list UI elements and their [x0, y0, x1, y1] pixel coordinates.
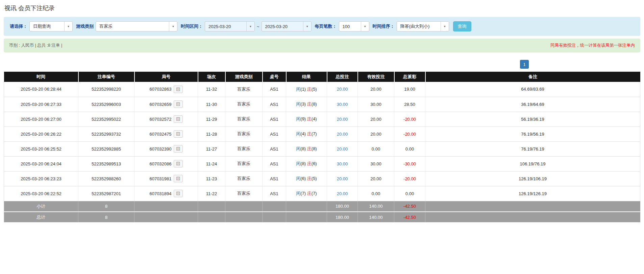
- cell-round-id: 607032475 ⚄: [134, 127, 198, 141]
- chevron-down-icon[interactable]: ▼: [169, 22, 177, 31]
- view-cards-button[interactable]: ⚄: [174, 190, 183, 197]
- cell-time: 2025-03-20 06:25:52: [4, 141, 78, 156]
- cell-bet-id: 522352996003: [78, 97, 134, 112]
- total-bet-link[interactable]: 20.00: [337, 117, 348, 122]
- pagination-page-1-button[interactable]: 1: [520, 60, 529, 69]
- cell-time: 2025-03-20 06:26:22: [4, 127, 78, 141]
- game-type-select[interactable]: 百家乐 ▼: [96, 21, 177, 31]
- date-from-input[interactable]: 2025-03-20 ▼: [205, 21, 255, 31]
- summary-empty: [286, 212, 327, 223]
- date-range-tilde: ~: [257, 24, 259, 29]
- cell-table-no: AS1: [263, 171, 286, 186]
- cell-bet-id: 522352993732: [78, 127, 134, 141]
- result-banker: 庄(7): [307, 131, 317, 136]
- cell-note: 36.19/64.69: [425, 97, 640, 112]
- dice-icon: ⚄: [176, 176, 180, 181]
- summary-payout: -42.50: [394, 201, 425, 212]
- total-bet-link[interactable]: 20.00: [337, 146, 348, 152]
- cell-session: 11-30: [198, 97, 225, 112]
- cell-payout: -20.00: [394, 112, 425, 127]
- cell-payout: -20.00: [394, 171, 425, 186]
- summary-label: 小计: [4, 201, 78, 212]
- table-row: 2025-03-20 06:23:23522352988260 60703198…: [4, 171, 640, 186]
- total-bet-link[interactable]: 20.00: [337, 191, 348, 196]
- chevron-down-icon[interactable]: ▼: [361, 22, 369, 31]
- summary-valid-bet: 140.00: [358, 212, 394, 223]
- page-size-input[interactable]: 100 ▼: [339, 21, 369, 31]
- column-header: 总投注: [327, 72, 358, 82]
- cell-game-type: 百家乐: [225, 156, 263, 171]
- result-banker: 庄(4): [307, 116, 317, 121]
- cell-table-no: AS1: [263, 141, 286, 156]
- cell-payout: 0.00: [394, 141, 425, 156]
- summary-empty: [263, 212, 286, 223]
- summary-valid-bet: 140.00: [358, 201, 394, 212]
- table-row: 2025-03-20 06:26:22522352993732 60703247…: [4, 127, 640, 141]
- chevron-down-icon[interactable]: ▼: [441, 22, 449, 31]
- result-player: 闲(8): [296, 161, 306, 166]
- subtotal-row: 小计8180.00140.00-42.50: [4, 201, 640, 212]
- round-id-text: 607032390: [149, 146, 171, 152]
- cell-time: 2025-03-20 06:22:52: [4, 186, 78, 201]
- cell-result: 闲(4) 庄(7): [286, 127, 327, 141]
- view-cards-button[interactable]: ⚄: [174, 86, 183, 93]
- result-banker: 庄(6): [307, 161, 317, 166]
- view-cards-button[interactable]: ⚄: [174, 145, 183, 153]
- dice-icon: ⚄: [176, 87, 180, 92]
- view-cards-button[interactable]: ⚄: [174, 130, 183, 138]
- cell-total-bet: 20.00: [327, 141, 358, 156]
- date-query-select[interactable]: 日期查询 ▼: [29, 21, 73, 31]
- result-player: 闲(4): [296, 131, 306, 136]
- view-cards-button[interactable]: ⚄: [174, 160, 183, 167]
- cell-bet-id: 522352988260: [78, 171, 134, 186]
- sort-select[interactable]: 降幂(由大到小) ▼: [397, 21, 449, 31]
- column-header: 局号: [134, 72, 198, 82]
- total-bet-link[interactable]: 30.00: [337, 161, 348, 166]
- table-row: 2025-03-20 06:25:52522352992885 60703239…: [4, 141, 640, 156]
- cell-bet-id: 522352995022: [78, 112, 134, 127]
- chevron-down-icon[interactable]: ▼: [246, 22, 254, 31]
- cell-round-id: 607032086 ⚄: [134, 156, 198, 171]
- cell-result: 闲(8) 庄(6): [286, 156, 327, 171]
- cell-bet-id: 522352992885: [78, 141, 134, 156]
- cell-result: 闲(8) 庄(8): [286, 141, 327, 156]
- date-to-input[interactable]: 2025-03-20 ▼: [262, 21, 312, 31]
- cell-game-type: 百家乐: [225, 97, 263, 112]
- table-row: 2025-03-20 06:22:52522352987201 60703189…: [4, 186, 640, 201]
- view-cards-button[interactable]: ⚄: [174, 175, 183, 182]
- cell-note: 56.19/36.19: [425, 112, 640, 127]
- total-bet-link[interactable]: 20.00: [337, 132, 348, 137]
- table-row: 2025-03-20 06:24:04522352989513 60703208…: [4, 156, 640, 171]
- cell-result: 闲(9) 庄(4): [286, 112, 327, 127]
- cell-result: 闲(1) 庄(5): [286, 82, 327, 97]
- dice-icon: ⚄: [176, 146, 180, 151]
- column-header: 场次: [198, 72, 225, 82]
- page-title: 视讯 会员下注纪录: [4, 4, 640, 12]
- total-bet-link[interactable]: 20.00: [337, 87, 348, 92]
- cell-bet-id: 522352989513: [78, 156, 134, 171]
- cell-payout: -30.00: [394, 156, 425, 171]
- chevron-down-icon[interactable]: ▼: [64, 22, 72, 31]
- cell-session: 11-32: [198, 82, 225, 97]
- cell-time: 2025-03-20 06:23:23: [4, 171, 78, 186]
- total-bet-link[interactable]: 30.00: [337, 102, 348, 107]
- view-cards-button[interactable]: ⚄: [174, 115, 183, 123]
- cell-round-id: 607032659 ⚄: [134, 97, 198, 112]
- cell-bet-id: 522352998220: [78, 82, 134, 97]
- dice-icon: ⚄: [176, 102, 180, 107]
- total-bet-link[interactable]: 20.00: [337, 176, 348, 181]
- page-size-value: 100: [339, 22, 361, 31]
- cell-round-id: 607032863 ⚄: [134, 82, 198, 97]
- round-id-text: 607032475: [149, 132, 171, 137]
- cell-payout: 28.50: [394, 97, 425, 112]
- cell-round-id: 607031894 ⚄: [134, 186, 198, 201]
- view-cards-button[interactable]: ⚄: [174, 100, 183, 108]
- chevron-down-icon[interactable]: ▼: [303, 22, 311, 31]
- summary-payout: -42.50: [394, 212, 425, 223]
- cell-game-type: 百家乐: [225, 141, 263, 156]
- date-from-value: 2025-03-20: [205, 22, 246, 31]
- bet-records-table: 时间注单编号局号场次游戏类别桌号结果总投注有效投注总派彩备注 2025-03-2…: [4, 72, 640, 223]
- round-id-text: 607032572: [149, 117, 171, 122]
- search-button[interactable]: 查询: [453, 21, 471, 31]
- table-header-row: 时间注单编号局号场次游戏类别桌号结果总投注有效投注总派彩备注: [4, 72, 640, 82]
